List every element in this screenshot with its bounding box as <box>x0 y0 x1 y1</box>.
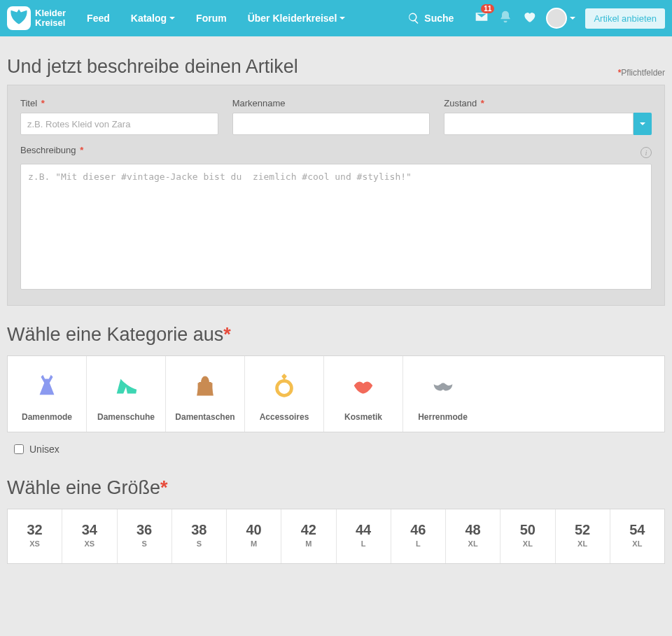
messages-button[interactable]: 11 <box>475 10 489 27</box>
search-button[interactable]: Suche <box>407 12 454 24</box>
main-nav: Feed Katalog Forum Über Kleiderkreisel <box>87 13 345 24</box>
category-herrenmode[interactable]: Herrenmode <box>403 356 482 432</box>
brand-label: Markenname <box>232 98 430 108</box>
describe-section-head: Und jetzt beschreibe deinen Artikel *Pfl… <box>7 43 665 85</box>
size-32[interactable]: 32XS <box>8 509 62 563</box>
unisex-label[interactable]: Unisex <box>29 444 59 455</box>
chevron-down-icon <box>640 122 645 125</box>
describe-panel: Titel * Markenname Zustand * Beschreibun… <box>7 85 665 306</box>
dress-icon <box>10 372 83 400</box>
nav-feed[interactable]: Feed <box>87 13 110 24</box>
condition-select[interactable] <box>444 113 652 135</box>
nav-forum[interactable]: Forum <box>196 13 227 24</box>
high-heel-icon <box>90 372 162 400</box>
handbag-icon <box>169 372 241 400</box>
site-header: KleiderKreisel Feed Katalog Forum Über K… <box>0 0 672 36</box>
brand-logo[interactable]: KleiderKreisel <box>7 6 66 30</box>
condition-value[interactable] <box>444 113 634 135</box>
chevron-down-icon <box>570 17 575 20</box>
brand-logo-icon <box>7 6 31 30</box>
size-52[interactable]: 52XL <box>556 509 610 563</box>
condition-label: Zustand * <box>444 98 652 108</box>
size-54[interactable]: 54XL <box>610 509 664 563</box>
size-44[interactable]: 44L <box>337 509 391 563</box>
heart-icon <box>522 10 536 24</box>
required-fields-note: *Pflichtfelder <box>618 68 665 78</box>
size-46[interactable]: 46L <box>391 509 446 563</box>
condition-dropdown-toggle[interactable] <box>634 113 652 135</box>
category-title: Wähle eine Kategorie aus* <box>7 324 665 346</box>
nav-about[interactable]: Über Kleiderkreisel <box>248 13 346 24</box>
description-label: Beschreibung * <box>20 145 83 155</box>
size-title: Wähle eine Größe* <box>7 477 665 499</box>
size-50[interactable]: 50XL <box>500 509 555 563</box>
notifications-button[interactable] <box>498 10 512 27</box>
offer-item-button[interactable]: Artikel anbieten <box>585 8 665 29</box>
sizes-panel: 32XS 34XS 36S 38S 40M 42M 44L 46L 48XL 5… <box>7 509 665 564</box>
brand-logo-text: KleiderKreisel <box>35 8 66 28</box>
svg-rect-0 <box>198 383 213 395</box>
messages-badge: 11 <box>481 4 494 13</box>
title-input[interactable] <box>20 113 218 135</box>
describe-title: Und jetzt beschreibe deinen Artikel <box>7 56 298 78</box>
info-icon[interactable]: i <box>640 147 652 158</box>
favorites-button[interactable] <box>522 10 536 27</box>
unisex-row: Unisex <box>7 432 665 459</box>
size-36[interactable]: 36S <box>118 509 172 563</box>
size-38[interactable]: 38S <box>172 509 227 563</box>
nav-catalog[interactable]: Katalog <box>131 13 175 24</box>
bell-icon <box>498 10 512 24</box>
category-accessoires[interactable]: Accessoires <box>245 356 324 432</box>
avatar <box>546 8 567 29</box>
category-damenmode[interactable]: Damenmode <box>8 356 87 432</box>
header-actions: 11 Artikel anbieten <box>475 8 665 29</box>
size-42[interactable]: 42M <box>281 509 336 563</box>
description-textarea[interactable] <box>20 164 652 290</box>
brand-input[interactable] <box>232 113 430 135</box>
category-damentaschen[interactable]: Damentaschen <box>166 356 245 432</box>
categories-panel: Damenmode Damenschuhe Damentaschen Acces… <box>7 355 665 432</box>
size-48[interactable]: 48XL <box>446 509 500 563</box>
category-damenschuhe[interactable]: Damenschuhe <box>87 356 166 432</box>
chevron-down-icon <box>169 17 175 20</box>
unisex-checkbox[interactable] <box>14 444 24 454</box>
svg-point-1 <box>277 381 292 395</box>
category-kosmetik[interactable]: Kosmetik <box>324 356 403 432</box>
mustache-icon <box>406 372 479 400</box>
chevron-down-icon <box>340 17 345 20</box>
ring-icon <box>248 372 321 400</box>
search-icon <box>407 12 420 24</box>
size-34[interactable]: 34XS <box>62 509 117 563</box>
size-40[interactable]: 40M <box>227 509 281 563</box>
lips-icon <box>327 372 400 400</box>
user-menu[interactable] <box>546 8 575 29</box>
title-label: Titel * <box>20 98 218 108</box>
